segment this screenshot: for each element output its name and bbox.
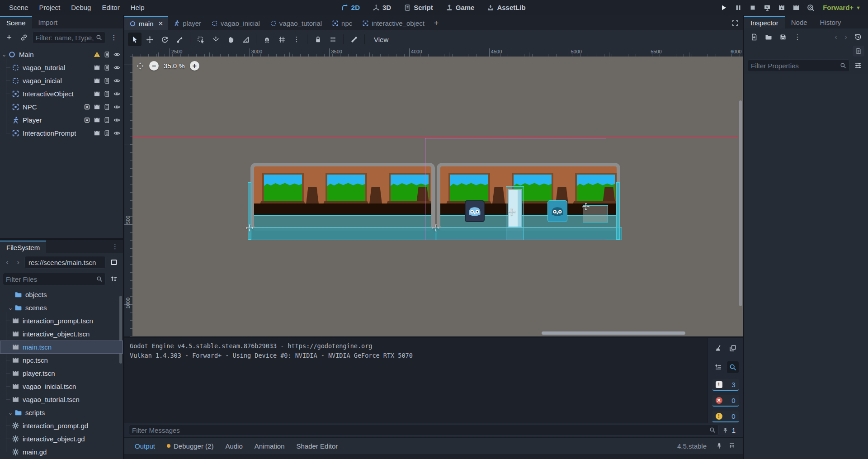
distraction-free-icon[interactable] (727, 16, 743, 30)
history-back-icon[interactable]: ‹ (832, 33, 840, 42)
scene-node-row[interactable]: ⌄Main (0, 48, 123, 61)
open-scene-icon[interactable] (94, 64, 100, 71)
tab-node[interactable]: Node (785, 16, 814, 28)
remote-debug-icon[interactable] (760, 2, 774, 14)
renderer-select[interactable]: Forward+ ▼ (818, 4, 864, 11)
pause-button[interactable] (731, 2, 745, 14)
scene-tab-npc[interactable]: npc (327, 16, 357, 30)
open-scene-icon[interactable] (94, 117, 100, 123)
file-row[interactable]: main.gd (0, 445, 123, 459)
menu-help[interactable]: Help (125, 2, 150, 13)
fs-forward-button[interactable]: › (14, 258, 23, 267)
resource-options-icon[interactable]: ⋮ (791, 31, 804, 43)
save-resource-icon[interactable] (777, 31, 789, 43)
file-row[interactable]: player.tscn (0, 367, 123, 380)
move-tool-button[interactable] (143, 33, 156, 46)
history-forward-icon[interactable]: › (842, 33, 850, 42)
zoom-in-button[interactable]: + (190, 61, 199, 71)
center-view-icon[interactable] (136, 62, 144, 70)
warning-count-badge[interactable]: !0 (712, 411, 739, 422)
menu-project[interactable]: Project (34, 2, 66, 13)
node-gizmo-icon[interactable] (432, 224, 440, 232)
open-scene-icon[interactable] (94, 77, 100, 84)
play-button[interactable] (717, 2, 731, 14)
scene-node-row[interactable]: InteractionPrompt (0, 127, 123, 140)
tab-import[interactable]: Import (32, 16, 64, 28)
zoom-out-button[interactable]: − (149, 61, 159, 71)
visibility-eye-icon[interactable] (113, 51, 120, 58)
pin-bottom-panel-icon[interactable] (713, 440, 726, 452)
message-count-badge[interactable]: !3 (712, 379, 739, 391)
canvas-hscrollbar[interactable] (542, 331, 685, 335)
workspace-3d[interactable]: 3D (368, 2, 396, 13)
node-gizmo-icon[interactable] (508, 208, 516, 216)
tab-scene[interactable]: Scene (0, 16, 32, 28)
output-search-icon[interactable] (727, 361, 739, 373)
snap-options-icon[interactable]: ⋮ (290, 33, 303, 46)
scene-tab-vagao_inicial[interactable]: vagao_inicial (206, 16, 265, 30)
open-scene-icon[interactable] (94, 104, 100, 110)
fs-filter-input[interactable] (6, 275, 96, 283)
filesystem-options-icon[interactable]: ⋮ (109, 241, 121, 251)
movie-maker-button[interactable] (804, 2, 817, 14)
pivot-tool-button[interactable] (209, 33, 222, 46)
bottom-tab-output[interactable]: Output (129, 438, 161, 454)
menu-scene[interactable]: Scene (4, 2, 34, 13)
scene-tab-main[interactable]: main✕ (124, 16, 168, 30)
new-resource-icon[interactable] (748, 31, 760, 43)
list-select-tool-button[interactable] (194, 33, 208, 46)
workspace-assetlib[interactable]: AssetLib (482, 2, 530, 13)
close-icon[interactable]: ✕ (158, 20, 164, 27)
file-row[interactable]: interaction_prompt.tscn (0, 314, 123, 327)
skeleton-options-button[interactable] (347, 33, 361, 46)
menu-debug[interactable]: Debug (66, 2, 96, 13)
group-button[interactable] (326, 33, 340, 46)
copy-output-icon[interactable] (727, 342, 739, 354)
pan-tool-button[interactable] (224, 33, 237, 46)
visibility-eye-icon[interactable] (113, 117, 120, 123)
open-docs-icon[interactable] (853, 46, 864, 57)
smart-snap-button[interactable] (260, 33, 274, 46)
instance-scene-button[interactable] (18, 31, 30, 44)
collapse-duplicates-icon[interactable] (712, 361, 724, 373)
object-history-icon[interactable] (852, 31, 864, 43)
new-scene-tab-button[interactable]: + (429, 16, 443, 30)
fs-sort-icon[interactable] (108, 273, 120, 285)
add-node-button[interactable]: + (3, 31, 15, 44)
inspector-filter-input[interactable] (751, 62, 840, 70)
clear-output-icon[interactable] (712, 342, 724, 354)
file-row[interactable]: ⌄scripts (0, 406, 123, 419)
expand-bottom-panel-icon[interactable] (726, 440, 738, 452)
grid-snap-button[interactable] (275, 33, 288, 46)
message-filter-input[interactable] (132, 426, 709, 434)
workspace-script[interactable]: Script (399, 2, 438, 13)
view-menu-button[interactable]: View (368, 36, 394, 43)
visibility-eye-icon[interactable] (113, 64, 120, 71)
load-resource-icon[interactable] (762, 31, 775, 43)
open-scene-icon[interactable] (94, 130, 100, 137)
scene-tab-interactive_object[interactable]: interactive_object (357, 16, 429, 30)
play-scene-button[interactable] (775, 2, 788, 14)
file-row[interactable]: vagao_inicial.tscn (0, 380, 123, 393)
fs-back-button[interactable]: ‹ (3, 258, 12, 267)
workspace-game[interactable]: Game (441, 2, 480, 13)
visibility-eye-icon[interactable] (113, 104, 120, 110)
bottom-tab-debugger-2-[interactable]: Debugger (2) (161, 438, 219, 454)
canvas-vscrollbar[interactable] (739, 100, 742, 306)
tree-twisty-icon[interactable]: ⌄ (0, 52, 8, 58)
node-gizmo-icon[interactable] (582, 203, 590, 211)
ruler-tool-button[interactable] (239, 33, 252, 46)
zoom-level[interactable]: 35.0 % (164, 62, 185, 70)
file-row[interactable]: interactive_object.gd (0, 432, 123, 445)
stop-button[interactable] (746, 2, 760, 14)
fs-path[interactable]: res://scenes/main.tscn (24, 256, 106, 269)
scene-node-row[interactable]: vagao_tutorial (0, 61, 123, 74)
file-row[interactable]: objects (0, 288, 123, 301)
visibility-eye-icon[interactable] (113, 77, 120, 84)
error-count-badge[interactable]: ✕0 (712, 395, 739, 407)
tree-twisty-icon[interactable]: ⌄ (6, 410, 14, 416)
file-row[interactable]: interaction_prompt.gd (0, 419, 123, 432)
tab-inspector[interactable]: Inspector (744, 16, 785, 28)
workspace-2d[interactable]: 2D (336, 2, 365, 13)
visibility-eye-icon[interactable] (113, 90, 120, 97)
